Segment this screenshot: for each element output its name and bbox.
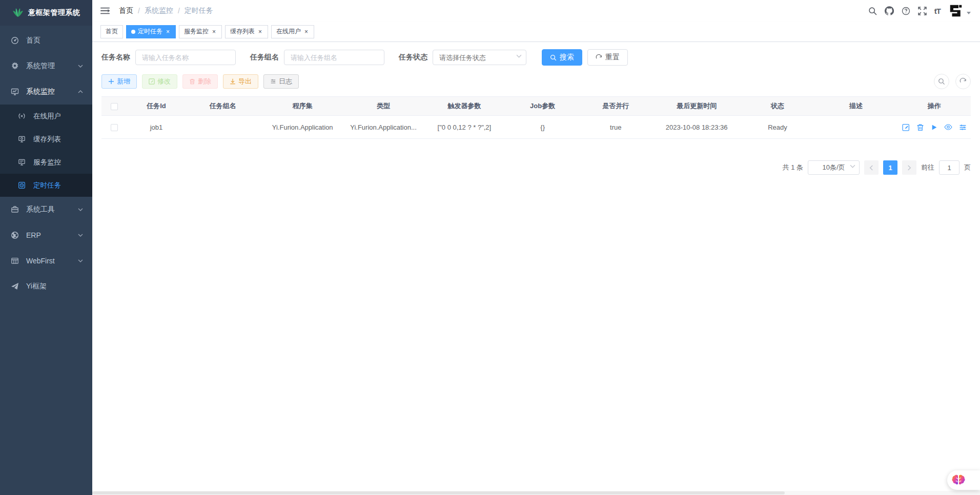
font-size-icon[interactable]: tT — [934, 7, 941, 15]
export-button[interactable]: 导出 — [223, 74, 258, 89]
reset-button-label: 重置 — [605, 53, 620, 62]
tab-service-monitor[interactable]: 服务监控 × — [179, 25, 222, 38]
col-trigger-args: 触发器参数 — [422, 97, 506, 116]
search-button[interactable]: 搜索 — [542, 49, 582, 66]
monitor-icon — [10, 88, 19, 96]
close-icon[interactable]: × — [257, 28, 263, 35]
tasks-table: 任务Id 任务组名 程序集 类型 触发器参数 Job参数 是否并行 最后更新时间… — [101, 96, 971, 139]
header-select-all — [101, 97, 128, 116]
sidebar-item-label: 首页 — [26, 36, 40, 45]
caret-down-icon — [967, 12, 971, 14]
cell-update-time: 2023-10-08 18:23:36 — [652, 116, 741, 139]
sidebar-item-home[interactable]: 首页 — [0, 28, 92, 53]
filter-form: 任务名称 任务组名 任务状态 — [101, 49, 971, 66]
horizontal-scrollbar[interactable] — [92, 491, 980, 495]
sidebar-item-yi-framework[interactable]: Yi框架 — [0, 274, 92, 299]
tab-home[interactable]: 首页 — [100, 25, 123, 38]
col-status: 状态 — [741, 97, 814, 116]
fullscreen-icon[interactable] — [918, 7, 927, 15]
edit-icon — [149, 78, 155, 85]
delete-button[interactable]: 删除 — [182, 74, 218, 89]
chevron-left-icon — [869, 165, 873, 171]
sidebar-item-label: 缓存列表 — [33, 135, 61, 144]
app-title: 意框架管理系统 — [28, 8, 80, 17]
dashboard-icon — [10, 36, 19, 45]
sidebar-item-label: WebFirst — [26, 257, 55, 265]
breadcrumb-separator: / — [138, 7, 140, 15]
extension-pill[interactable] — [947, 470, 980, 490]
table-search-toggle-icon[interactable] — [934, 74, 949, 89]
close-icon[interactable]: × — [303, 28, 309, 35]
task-group-input[interactable] — [284, 50, 384, 65]
sidebar-item-system-tools[interactable]: 系统工具 — [0, 197, 92, 222]
table-row[interactable]: job1 Yi.Furion.Application Yi.Furion.App… — [101, 116, 971, 139]
sidebar-item-system-mgmt[interactable]: 系统管理 — [0, 53, 92, 79]
close-icon[interactable]: × — [211, 28, 217, 35]
cell-status: Ready — [741, 116, 814, 139]
col-type: 类型 — [344, 97, 423, 116]
sidebar-item-service-monitor[interactable]: 服务监控 — [0, 151, 92, 174]
task-status-label: 任务状态 — [399, 53, 427, 62]
col-group-name: 任务组名 — [185, 97, 261, 116]
add-button[interactable]: 新增 — [101, 74, 137, 89]
tab-scheduled-tasks[interactable]: 定时任务 × — [126, 25, 176, 38]
row-checkbox[interactable] — [111, 124, 118, 131]
page-size-select[interactable]: 10条/页 — [808, 160, 860, 175]
row-log-icon[interactable] — [959, 123, 967, 131]
scrollbar-thumb[interactable] — [92, 491, 785, 494]
menu-fold-icon[interactable] — [100, 7, 110, 15]
download-icon — [230, 78, 236, 85]
logo[interactable]: 意框架管理系统 — [0, 0, 92, 26]
sidebar-item-online-users[interactable]: 在线用户 — [0, 105, 92, 128]
tab-label: 首页 — [106, 27, 118, 36]
logo-leaf-icon — [12, 8, 24, 18]
breadcrumb-home[interactable]: 首页 — [119, 6, 133, 15]
row-run-icon[interactable] — [931, 124, 937, 131]
row-view-icon[interactable] — [944, 123, 952, 131]
next-page-button[interactable] — [902, 160, 916, 175]
page-number-1[interactable]: 1 — [883, 160, 897, 175]
chevron-up-icon — [78, 90, 83, 93]
sidebar-item-webfirst[interactable]: WebFirst — [0, 248, 92, 274]
github-icon[interactable] — [885, 6, 894, 15]
globe-icon — [10, 231, 19, 240]
row-delete-icon[interactable] — [916, 123, 924, 131]
table-refresh-icon[interactable] — [955, 74, 971, 89]
schedule-clock-icon — [17, 181, 26, 190]
sidebar-item-scheduled-tasks[interactable]: 定时任务 — [0, 174, 92, 197]
tab-cache-list[interactable]: 缓存列表 × — [225, 25, 268, 38]
prev-page-button[interactable] — [864, 160, 879, 175]
log-button[interactable]: 日志 — [263, 74, 299, 89]
sidebar-item-label: 系统管理 — [26, 61, 55, 71]
table-grid-icon — [10, 257, 19, 265]
reset-button[interactable]: 重置 — [587, 49, 628, 66]
col-task-id: 任务Id — [128, 97, 185, 116]
sidebar-item-erp[interactable]: ERP — [0, 222, 92, 248]
sidebar-item-cache-list[interactable]: 缓存列表 — [0, 128, 92, 151]
task-name-input[interactable] — [135, 50, 236, 65]
edit-button[interactable]: 修改 — [142, 74, 177, 89]
cell-job-args: {} — [506, 116, 579, 139]
chevron-down-icon — [78, 208, 83, 211]
user-avatar[interactable] — [948, 3, 971, 18]
select-all-checkbox[interactable] — [111, 103, 118, 110]
sidebar: 意框架管理系统 首页 系统管理 — [0, 0, 92, 495]
online-users-icon — [17, 112, 26, 120]
table-toolbar: 新增 修改 删除 导出 日志 — [101, 74, 971, 89]
sidebar-menu: 首页 系统管理 — [0, 26, 92, 495]
help-icon[interactable] — [902, 7, 910, 15]
sidebar-item-label: ERP — [26, 231, 41, 239]
export-button-label: 导出 — [238, 77, 252, 86]
row-edit-icon[interactable] — [902, 123, 910, 131]
field-task-status: 任务状态 — [399, 50, 526, 65]
task-name-label: 任务名称 — [101, 53, 130, 62]
log-list-icon — [270, 78, 276, 85]
tab-online-users[interactable]: 在线用户 × — [271, 25, 314, 38]
task-status-select[interactable] — [433, 50, 526, 65]
close-icon[interactable]: × — [165, 28, 171, 35]
goto-page-input[interactable] — [939, 160, 959, 175]
edit-button-label: 修改 — [157, 77, 171, 86]
search-icon[interactable] — [868, 7, 877, 15]
sidebar-item-system-monitor[interactable]: 系统监控 — [0, 79, 92, 105]
plus-icon — [108, 78, 114, 85]
